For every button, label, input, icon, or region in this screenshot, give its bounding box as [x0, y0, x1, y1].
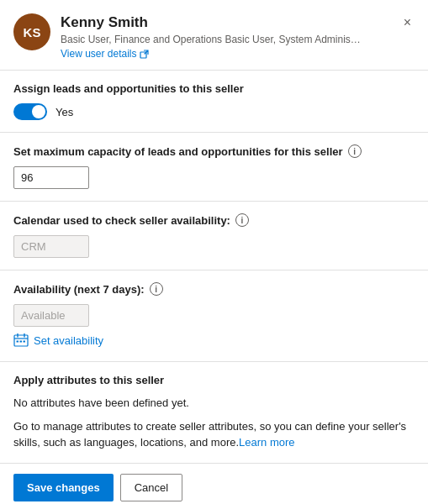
- calendar-value: CRM: [13, 235, 89, 258]
- avatar-initials: KS: [24, 25, 41, 39]
- calendar-icon: [13, 333, 29, 347]
- capacity-input[interactable]: [13, 166, 89, 189]
- user-name: Kenny Smith: [61, 13, 390, 32]
- panel-content: Assign leads and opportunities to this s…: [0, 71, 428, 463]
- assign-toggle[interactable]: [13, 103, 47, 120]
- cancel-button[interactable]: Cancel: [120, 474, 182, 501]
- calendar-label: Calendar used to check seller availabili…: [13, 213, 415, 227]
- availability-value: Available: [13, 304, 89, 327]
- save-changes-button[interactable]: Save changes: [13, 474, 114, 501]
- svg-rect-6: [20, 341, 23, 343]
- assign-section: Assign leads and opportunities to this s…: [0, 71, 428, 133]
- avatar: KS: [13, 13, 50, 50]
- header-info: Kenny Smith Basic User, Finance and Oper…: [61, 13, 390, 60]
- external-link-icon: [140, 50, 149, 59]
- learn-more-link[interactable]: Learn more: [239, 436, 294, 449]
- user-subtitle: Basic User, Finance and Operations Basic…: [61, 34, 363, 45]
- attributes-no-attr-text: No attributes have been defined yet.: [13, 395, 415, 412]
- availability-section: Availability (next 7 days): i Available …: [0, 270, 428, 362]
- svg-rect-7: [24, 341, 26, 343]
- toggle-yes-label: Yes: [55, 106, 73, 118]
- attributes-section: Apply attributes to this seller No attri…: [0, 362, 428, 463]
- capacity-label: Set maximum capacity of leads and opport…: [13, 144, 415, 158]
- attributes-manage-text: Go to manage attributes to create seller…: [13, 418, 415, 451]
- assign-section-label: Assign leads and opportunities to this s…: [13, 82, 415, 95]
- panel-header: KS Kenny Smith Basic User, Finance and O…: [0, 0, 428, 71]
- toggle-slider: [13, 103, 47, 120]
- capacity-info-icon: i: [348, 144, 362, 158]
- attributes-section-label: Apply attributes to this seller: [13, 374, 415, 386]
- close-button[interactable]: ×: [400, 13, 415, 32]
- panel-footer: Save changes Cancel: [0, 463, 428, 504]
- availability-info-icon: i: [150, 282, 163, 296]
- availability-label: Availability (next 7 days): i: [13, 282, 415, 296]
- seller-panel: KS Kenny Smith Basic User, Finance and O…: [0, 0, 428, 504]
- capacity-section: Set maximum capacity of leads and opport…: [0, 133, 428, 202]
- calendar-info-icon: i: [235, 213, 249, 227]
- calendar-section: Calendar used to check seller availabili…: [0, 202, 428, 270]
- assign-toggle-row: Yes: [13, 103, 415, 120]
- view-user-details-link[interactable]: View user details: [61, 48, 149, 60]
- svg-rect-5: [17, 341, 19, 343]
- set-availability-link[interactable]: Set availability: [13, 333, 103, 347]
